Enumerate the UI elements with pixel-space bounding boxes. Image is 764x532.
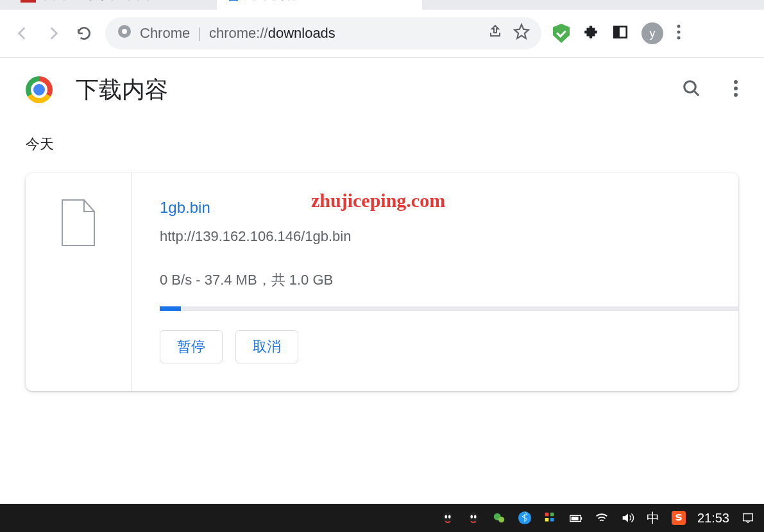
- bluetooth-icon[interactable]: [518, 511, 532, 525]
- notifications-icon[interactable]: [741, 511, 755, 525]
- file-icon: [59, 199, 98, 247]
- reload-button[interactable]: [74, 24, 94, 43]
- panel-icon[interactable]: [612, 24, 629, 43]
- svg-rect-27: [545, 513, 549, 517]
- download-actions: 暂停 取消: [160, 330, 738, 363]
- back-button[interactable]: [13, 24, 32, 43]
- kebab-menu-icon[interactable]: [733, 79, 738, 100]
- browser-toolbar: Chrome | chrome://downloads y: [0, 10, 764, 58]
- page-title: 下载内容: [76, 74, 168, 106]
- ime-indicator[interactable]: 中: [646, 511, 660, 525]
- close-icon[interactable]: ×: [199, 0, 208, 3]
- app-icon[interactable]: [543, 511, 557, 525]
- svg-rect-9: [614, 26, 620, 37]
- tab-strip: 国外主机测评 - 国外 × 下载内容 × +: [0, 0, 764, 10]
- search-icon[interactable]: [682, 79, 701, 101]
- download-progress-text: 0 B/s - 37.4 MB，共 1.0 GB: [160, 270, 738, 290]
- url-path: downloads: [268, 25, 335, 41]
- downloads-content: 今天 zhujiceping.com 1gb.bin http://139.16…: [0, 122, 764, 391]
- extension-icons: y: [553, 22, 681, 44]
- download-url: http://139.162.106.146/1gb.bin: [160, 228, 738, 245]
- svg-rect-33: [572, 517, 579, 520]
- qq-icon[interactable]: [466, 511, 480, 525]
- svg-point-7: [122, 29, 127, 34]
- shield-icon[interactable]: [553, 24, 570, 43]
- pause-button[interactable]: 暂停: [160, 330, 223, 363]
- svg-point-16: [734, 87, 738, 90]
- svg-rect-3: [229, 0, 238, 1]
- tab-title: 国外主机测评 - 国外: [44, 0, 152, 3]
- svg-rect-30: [550, 518, 554, 522]
- favicon-red: [21, 0, 36, 3]
- download-icon: [226, 0, 241, 3]
- svg-rect-29: [545, 518, 549, 522]
- star-icon[interactable]: [513, 23, 530, 44]
- svg-point-19: [445, 515, 447, 519]
- progress-fill: [160, 306, 181, 311]
- cancel-button[interactable]: 取消: [235, 330, 298, 363]
- qq-icon[interactable]: [441, 511, 455, 525]
- url-dim: chrome://: [209, 25, 268, 41]
- volume-icon[interactable]: [620, 511, 634, 525]
- battery-icon[interactable]: [569, 511, 583, 525]
- chrome-logo-icon: [26, 76, 53, 103]
- svg-point-23: [474, 515, 477, 519]
- share-icon[interactable]: [488, 24, 503, 43]
- card-body: zhujiceping.com 1gb.bin http://139.162.1…: [132, 173, 738, 391]
- svg-rect-0: [21, 0, 36, 3]
- svg-rect-32: [581, 517, 582, 520]
- svg-line-14: [694, 91, 699, 96]
- forward-button[interactable]: [44, 24, 63, 43]
- tab-title: 下载内容: [249, 0, 298, 3]
- progress-bar: [160, 306, 738, 311]
- card-icon-column: [26, 173, 132, 391]
- wechat-icon[interactable]: [492, 511, 506, 525]
- new-tab-button[interactable]: +: [429, 0, 454, 7]
- svg-point-11: [677, 31, 681, 34]
- tab-inactive[interactable]: 国外主机测评 - 国外 ×: [12, 0, 217, 10]
- svg-point-15: [734, 80, 738, 84]
- sogou-icon[interactable]: [672, 511, 686, 525]
- svg-rect-28: [550, 513, 554, 517]
- section-today: 今天: [26, 135, 738, 154]
- close-icon[interactable]: ×: [405, 0, 413, 3]
- address-bar[interactable]: Chrome | chrome://downloads: [105, 17, 541, 49]
- tab-active[interactable]: 下载内容 ×: [217, 0, 422, 10]
- svg-point-22: [470, 515, 473, 519]
- svg-point-10: [677, 25, 681, 28]
- extensions-icon[interactable]: [582, 24, 599, 43]
- svg-point-25: [498, 517, 504, 522]
- avatar-letter: y: [650, 27, 656, 40]
- svg-point-12: [677, 37, 681, 40]
- svg-rect-35: [743, 514, 753, 521]
- omnibox-prefix: Chrome: [140, 25, 190, 42]
- svg-point-20: [448, 515, 451, 519]
- windows-taskbar: 中 21:53: [0, 504, 764, 532]
- svg-point-13: [684, 81, 696, 93]
- svg-point-17: [734, 93, 738, 97]
- avatar[interactable]: y: [641, 22, 663, 44]
- kebab-menu-icon[interactable]: [676, 24, 681, 43]
- omnibox-divider: |: [198, 25, 201, 42]
- watermark: zhujiceping.com: [311, 190, 445, 212]
- taskbar-clock[interactable]: 21:53: [697, 511, 729, 526]
- wifi-icon[interactable]: [595, 511, 609, 525]
- download-card: zhujiceping.com 1gb.bin http://139.162.1…: [26, 173, 738, 391]
- page-header: 下载内容: [0, 58, 764, 122]
- chrome-icon: [117, 24, 132, 43]
- download-filename[interactable]: 1gb.bin: [160, 199, 738, 217]
